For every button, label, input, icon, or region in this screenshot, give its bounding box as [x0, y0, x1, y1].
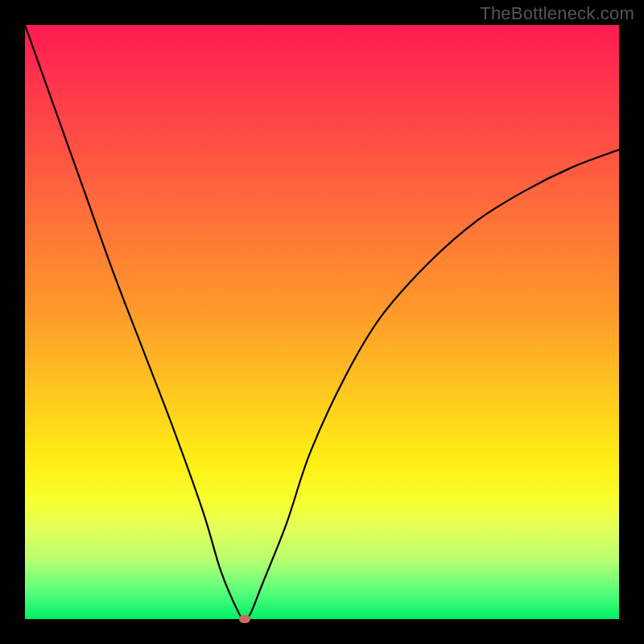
plot-area: [25, 25, 619, 619]
bottleneck-curve: [25, 25, 619, 619]
minimum-point-marker: [239, 615, 250, 623]
chart-frame: TheBottleneck.com: [0, 0, 644, 644]
watermark-text: TheBottleneck.com: [480, 3, 634, 24]
